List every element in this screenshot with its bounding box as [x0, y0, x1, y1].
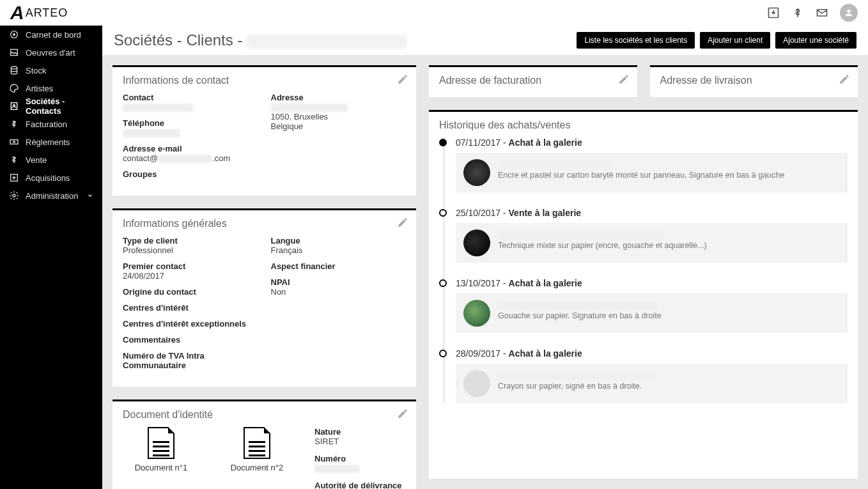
event-body[interactable]: Technique mixte sur papier (encre, gouac…	[456, 223, 848, 263]
field-label: Commentaires	[123, 335, 258, 345]
mail-icon[interactable]	[816, 6, 828, 19]
sidebar-item-label: Acquisitions	[26, 173, 70, 183]
list-companies-button[interactable]: Liste les sociétés et les clients	[577, 32, 695, 49]
event-date: 13/10/2017	[456, 278, 500, 288]
edit-icon[interactable]	[397, 217, 408, 228]
history-card: Historique des achats/ventes 07/11/2017 …	[429, 110, 858, 479]
field-label: Adresse	[271, 93, 407, 102]
event-desc: Encre et pastel sur carton baryté monté …	[498, 171, 784, 180]
svg-point-9	[13, 141, 15, 143]
field-label: Téléphone	[123, 118, 258, 128]
field-label: Centres d'intérêt exceptionnels	[123, 319, 258, 329]
field-label: Contact	[123, 93, 258, 102]
field-label: Numéro de TVA Intra Communautaire	[123, 351, 258, 370]
shipping-address-card: Adresse de livraison	[650, 65, 858, 97]
card-title: Document d'identité	[123, 409, 406, 421]
event-desc: Crayon sur papier, signé en bas à droite…	[498, 382, 651, 391]
field-label: Origine du contact	[123, 287, 258, 297]
add-company-button[interactable]: Ajouter une société	[775, 32, 856, 49]
timeline-dot-icon	[439, 209, 447, 217]
field-label: Centres d'intérêt	[123, 303, 258, 313]
edit-icon[interactable]	[618, 74, 630, 85]
artwork-thumb	[463, 370, 490, 397]
chevron-down-icon	[87, 192, 93, 199]
svg-point-5	[11, 66, 17, 69]
card-title: Adresse de facturation	[439, 75, 627, 86]
sidebar-item-acquisitions[interactable]: Acquisitions	[0, 169, 102, 187]
event-body[interactable]: Crayon sur papier, signé en bas à droite…	[456, 364, 848, 403]
field-value: Français	[271, 245, 407, 255]
cash-icon	[9, 137, 19, 147]
history-event: 07/11/2017 - Achat à la galerie Encre et…	[456, 137, 848, 192]
edit-icon[interactable]	[839, 74, 850, 85]
sidebar-item-stock[interactable]: Stock	[0, 61, 102, 79]
event-type: Achat à la galerie	[509, 137, 582, 148]
field-label: NPAI	[271, 277, 407, 287]
timeline-dot-icon	[439, 279, 447, 287]
dollar-icon[interactable]	[791, 6, 804, 19]
sidebar-item-payments[interactable]: Règlements	[0, 133, 102, 151]
edit-icon[interactable]	[397, 408, 408, 419]
event-desc: Gouache sur papier. Signature en bas à d…	[498, 311, 662, 320]
sidebar-item-contacts[interactable]: Sociétés - Contacts	[0, 97, 102, 115]
field-label: Premier contact	[123, 261, 258, 271]
email-value: contact@.com	[123, 153, 258, 163]
timeline-dot-icon	[439, 139, 447, 146]
sidebar-item-label: Sociétés - Contacts	[26, 97, 93, 116]
svg-point-1	[847, 10, 850, 13]
card-title: Historique des achats/ventes	[439, 120, 848, 131]
download-icon[interactable]	[767, 6, 780, 19]
event-type: Achat à la galerie	[509, 348, 582, 359]
event-body[interactable]: Encre et pastel sur carton baryté monté …	[456, 153, 848, 192]
sidebar-item-admin[interactable]: Administration	[0, 187, 102, 205]
document-thumb-1[interactable]: Document n°1	[123, 427, 199, 472]
plus-box-icon	[9, 173, 19, 183]
event-type: Vente à la galerie	[509, 208, 582, 218]
field-label: Aspect financier	[271, 261, 407, 271]
target-icon	[9, 29, 19, 40]
address-country: Belgique	[271, 121, 304, 131]
event-type: Achat à la galerie	[509, 278, 582, 288]
field-label: Nature	[314, 427, 406, 437]
svg-rect-8	[10, 140, 18, 144]
history-event: 28/09/2017 - Achat à la galerie Crayon s…	[456, 348, 848, 403]
sidebar-item-artworks[interactable]: Oeuvres d'art	[0, 43, 102, 61]
field-label: Type de client	[123, 236, 258, 245]
field-value: SIRET	[314, 437, 406, 446]
sidebar-item-label: Facturation	[26, 120, 67, 129]
palette-icon	[9, 83, 19, 93]
field-label: Adresse e-mail	[123, 144, 258, 153]
add-client-button[interactable]: Ajouter un client	[700, 32, 770, 49]
sidebar-item-label: Stock	[26, 66, 47, 75]
dollar-icon	[9, 155, 19, 165]
sidebar-item-sales[interactable]: Vente	[0, 151, 102, 169]
svg-point-3	[13, 34, 15, 36]
sidebar-item-dashboard[interactable]: Carnet de bord	[0, 26, 102, 43]
sidebar-item-artists[interactable]: Artistes	[0, 79, 102, 97]
address-line2: 1050, Bruxelles	[271, 112, 329, 121]
image-icon	[9, 47, 19, 58]
doc-label: Document n°1	[135, 463, 188, 472]
edit-icon[interactable]	[397, 74, 408, 85]
event-date: 07/11/2017	[456, 137, 500, 148]
user-avatar[interactable]	[840, 4, 858, 22]
brand-logo: AARTEO	[10, 2, 68, 24]
event-date: 25/10/2017	[456, 208, 500, 218]
sidebar-item-billing[interactable]: Facturation	[0, 115, 102, 133]
page-header: Sociétés - Clients - Liste les sociétés …	[102, 26, 868, 55]
sidebar-item-label: Artistes	[26, 84, 53, 93]
card-title: Adresse de livraison	[660, 75, 848, 86]
history-event: 13/10/2017 - Achat à la galerie Gouache …	[456, 278, 848, 333]
timeline-dot-icon	[439, 350, 447, 357]
event-body[interactable]: Gouache sur papier. Signature en bas à d…	[456, 293, 848, 333]
contact-info-card: Informations de contact Contact Téléphon…	[112, 65, 416, 196]
artwork-thumb	[463, 229, 490, 256]
card-title: Informations générales	[123, 218, 406, 229]
document-icon	[244, 427, 270, 459]
document-thumb-2[interactable]: Document n°2	[219, 427, 295, 472]
sidebar-item-label: Administration	[26, 191, 78, 201]
artwork-thumb	[463, 300, 490, 327]
sidebar-item-label: Vente	[26, 155, 47, 165]
topbar: AARTEO	[0, 0, 868, 26]
main-area: Sociétés - Clients - Liste les sociétés …	[102, 26, 868, 489]
